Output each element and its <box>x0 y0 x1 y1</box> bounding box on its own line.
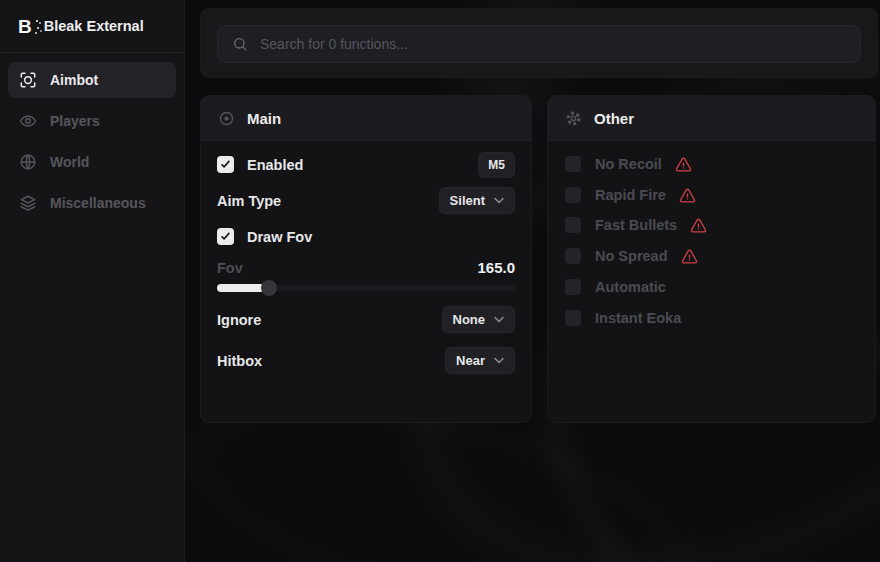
aim-type-label: Aim Type <box>217 193 281 209</box>
check-icon <box>220 231 231 242</box>
enabled-row: Enabled M5 <box>217 151 515 178</box>
fov-label: Fov <box>217 260 243 276</box>
hitbox-label: Hitbox <box>217 353 262 369</box>
crosshair-focus-icon <box>19 71 37 89</box>
sidebar-item-label: World <box>50 154 89 170</box>
draw-fov-label: Draw Fov <box>247 229 312 245</box>
fov-slider-thumb[interactable] <box>261 280 277 296</box>
sidebar: B Bleak External Aimbot Players World M <box>0 0 185 562</box>
warning-icon <box>681 248 698 265</box>
sidebar-item-players[interactable]: Players <box>8 103 176 139</box>
other-row-instant-eoka: Instant Eoka <box>565 306 859 330</box>
sidebar-item-world[interactable]: World <box>8 144 176 180</box>
enabled-checkbox[interactable] <box>217 156 234 173</box>
no-recoil-checkbox[interactable] <box>565 156 581 172</box>
gear-icon <box>565 110 582 127</box>
instant-eoka-checkbox[interactable] <box>565 310 581 326</box>
panel-other: Other No Recoil Rapid Fire Fast Bullets … <box>547 95 876 423</box>
layers-icon <box>19 194 37 212</box>
other-row-automatic: Automatic <box>565 275 859 299</box>
check-icon <box>220 159 231 170</box>
no-spread-label: No Spread <box>595 248 668 264</box>
chevron-down-icon <box>494 197 504 204</box>
ignore-dropdown[interactable]: None <box>442 306 516 333</box>
no-spread-checkbox[interactable] <box>565 248 581 264</box>
fov-value: 165.0 <box>477 259 515 276</box>
panel-other-header: Other <box>548 96 875 141</box>
hitbox-value: Near <box>456 354 485 367</box>
hitbox-dropdown[interactable]: Near <box>445 347 515 374</box>
sidebar-nav: Aimbot Players World Miscellaneous <box>0 53 184 221</box>
search-icon <box>232 36 248 52</box>
keybind-badge[interactable]: M5 <box>478 152 515 178</box>
aim-type-row: Aim Type Silent <box>217 187 515 214</box>
sidebar-item-label: Aimbot <box>50 72 98 88</box>
warning-icon <box>675 156 692 173</box>
instant-eoka-label: Instant Eoka <box>595 310 681 326</box>
sidebar-item-label: Miscellaneous <box>50 195 146 211</box>
sidebar-item-label: Players <box>50 113 100 129</box>
fast-bullets-checkbox[interactable] <box>565 217 581 233</box>
ignore-value: None <box>453 313 486 326</box>
draw-fov-row: Draw Fov <box>217 223 515 250</box>
panel-title: Main <box>247 110 281 127</box>
fast-bullets-label: Fast Bullets <box>595 217 677 233</box>
draw-fov-checkbox[interactable] <box>217 228 234 245</box>
ignore-row: Ignore None <box>217 306 515 333</box>
globe-icon <box>19 153 37 171</box>
panel-main: Main Enabled M5 Aim Type Silent Draw Fov… <box>200 95 532 423</box>
sidebar-item-miscellaneous[interactable]: Miscellaneous <box>8 185 176 221</box>
warning-icon <box>679 187 696 204</box>
aim-type-value: Silent <box>450 194 485 207</box>
target-icon <box>218 110 235 127</box>
brand-icon: B <box>18 17 32 36</box>
rapid-fire-checkbox[interactable] <box>565 187 581 203</box>
aim-type-dropdown[interactable]: Silent <box>439 187 515 214</box>
chevron-down-icon <box>494 357 504 364</box>
no-recoil-label: No Recoil <box>595 156 662 172</box>
panel-main-header: Main <box>201 96 531 141</box>
eye-icon <box>19 112 37 130</box>
warning-icon <box>690 217 707 234</box>
search-container <box>200 8 878 78</box>
other-row-rapid-fire: Rapid Fire <box>565 183 859 207</box>
app-logo: B Bleak External <box>0 0 184 53</box>
sidebar-item-aimbot[interactable]: Aimbot <box>8 62 176 98</box>
chevron-down-icon <box>494 316 504 323</box>
enabled-label: Enabled <box>247 157 303 173</box>
automatic-label: Automatic <box>595 279 666 295</box>
rapid-fire-label: Rapid Fire <box>595 187 666 203</box>
fov-row: Fov 165.0 <box>217 254 515 281</box>
other-row-no-recoil: No Recoil <box>565 152 859 176</box>
other-row-fast-bullets: Fast Bullets <box>565 213 859 237</box>
other-row-no-spread: No Spread <box>565 244 859 268</box>
fov-slider[interactable] <box>217 280 515 296</box>
panel-title: Other <box>594 110 634 127</box>
automatic-checkbox[interactable] <box>565 279 581 295</box>
hitbox-row: Hitbox Near <box>217 347 515 374</box>
ignore-label: Ignore <box>217 312 261 328</box>
search-input[interactable] <box>260 36 846 52</box>
app-title: Bleak External <box>44 18 144 34</box>
search-box[interactable] <box>217 25 861 63</box>
